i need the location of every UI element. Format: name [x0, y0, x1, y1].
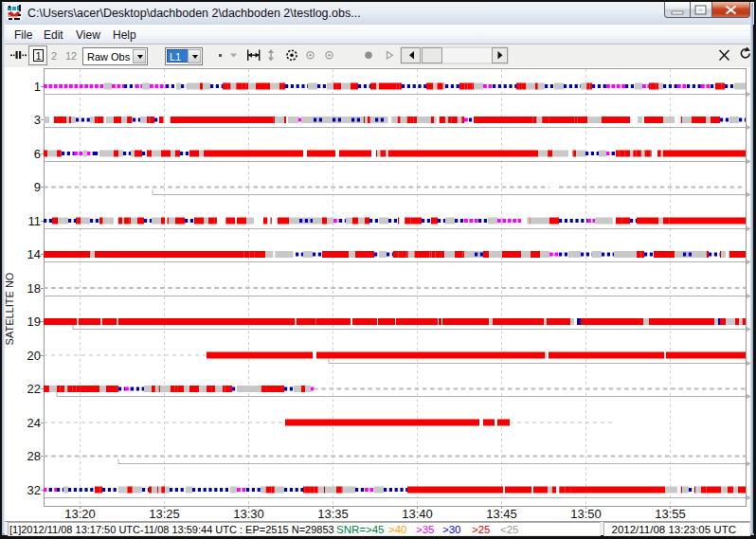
svg-text:13:35: 13:35 [317, 507, 349, 521]
svg-text:20: 20 [27, 349, 41, 363]
svg-text:13:50: 13:50 [570, 507, 602, 521]
svg-text:18: 18 [27, 281, 41, 296]
svg-text:13:20: 13:20 [64, 507, 96, 521]
svg-text:13:30: 13:30 [233, 507, 264, 521]
svg-text:3: 3 [34, 113, 41, 127]
svg-text:24: 24 [27, 416, 41, 430]
svg-text:32: 32 [27, 483, 41, 497]
svg-text:19: 19 [27, 314, 41, 329]
svg-text:22: 22 [27, 382, 41, 396]
svg-text:1: 1 [34, 80, 41, 94]
svg-text:13:40: 13:40 [402, 507, 433, 521]
svg-text:11: 11 [28, 214, 42, 228]
svg-text:28: 28 [27, 449, 41, 463]
svg-text:13:45: 13:45 [486, 507, 517, 521]
svg-text:13:55: 13:55 [655, 507, 686, 521]
svg-text:6: 6 [34, 147, 41, 161]
svg-text:SATELLITE NO: SATELLITE NO [4, 272, 15, 345]
svg-text:13:25: 13:25 [149, 507, 180, 521]
svg-text:14: 14 [27, 247, 41, 261]
svg-text:9: 9 [34, 180, 41, 194]
